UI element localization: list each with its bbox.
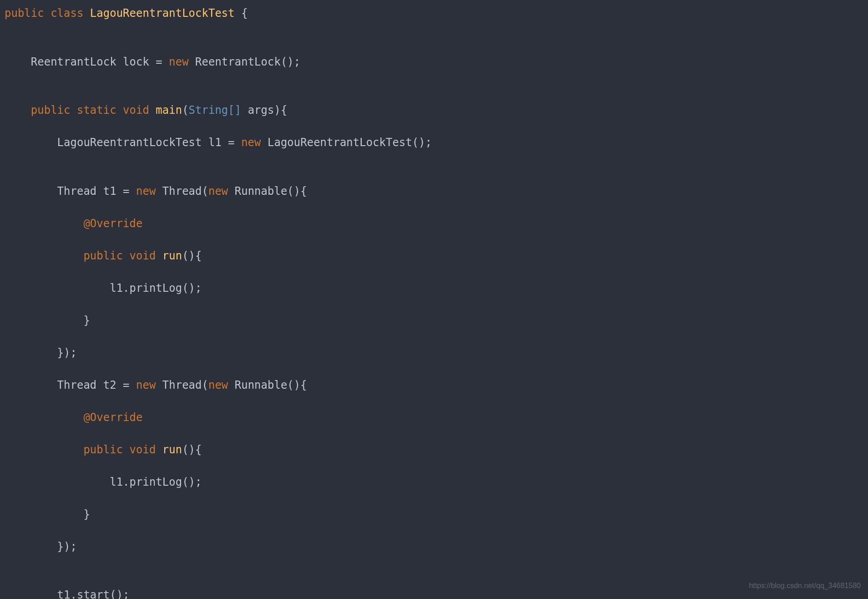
watermark-text: https://blog.csdn.net/qq_34681580 xyxy=(749,578,861,594)
code-line: }); xyxy=(5,539,863,555)
code-line: l1.printLog(); xyxy=(5,280,863,297)
code-line: ReentrantLock lock = new ReentrantLock()… xyxy=(5,54,863,71)
code-line: Thread t2 = new Thread(new Runnable(){ xyxy=(5,377,863,394)
code-line: @Override xyxy=(5,216,863,232)
code-block: public class LagouReentrantLockTest { Re… xyxy=(5,5,863,599)
code-line: } xyxy=(5,313,863,329)
code-line: public void run(){ xyxy=(5,248,863,264)
code-line: }); xyxy=(5,345,863,361)
code-line: } xyxy=(5,507,863,523)
code-line: t1.start(); xyxy=(5,587,863,599)
code-line: LagouReentrantLockTest l1 = new LagouRee… xyxy=(5,135,863,151)
code-line: public class LagouReentrantLockTest { xyxy=(5,5,863,22)
code-line: public void run(){ xyxy=(5,442,863,458)
code-line: Thread t1 = new Thread(new Runnable(){ xyxy=(5,183,863,200)
code-line: @Override xyxy=(5,410,863,426)
code-line: l1.printLog(); xyxy=(5,474,863,491)
code-line: public static void main(String[] args){ xyxy=(5,102,863,119)
